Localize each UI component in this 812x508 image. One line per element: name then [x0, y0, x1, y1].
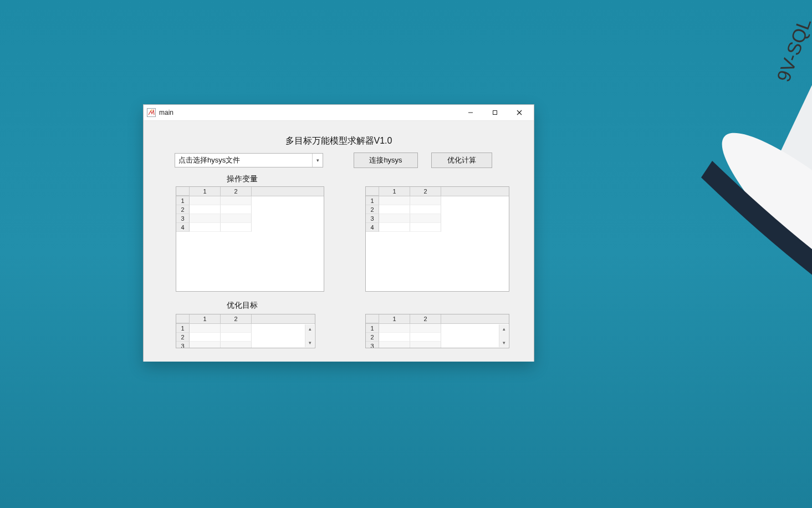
operation-variables-table-left[interactable]: 1 2 1 2 3 4: [176, 186, 324, 292]
dropdown-selected-text: 点击选择hysys文件: [175, 155, 312, 165]
table-cell[interactable]: [190, 324, 221, 333]
chevron-down-icon: ▾: [312, 154, 323, 167]
matlab-icon: [147, 108, 156, 117]
scroll-down-icon[interactable]: ▾: [499, 338, 508, 347]
table-cell[interactable]: [190, 214, 221, 223]
table-corner: [366, 314, 379, 323]
table-cell[interactable]: [379, 324, 410, 333]
maximize-button[interactable]: [483, 105, 507, 120]
row-header[interactable]: 2: [366, 205, 379, 214]
optimize-button[interactable]: 优化计算: [431, 153, 492, 168]
table-cell[interactable]: [190, 205, 221, 214]
table-cell[interactable]: [221, 324, 252, 333]
col-header[interactable]: 1: [190, 187, 221, 196]
table-cell[interactable]: [221, 214, 252, 223]
table-cell[interactable]: [221, 205, 252, 214]
app-window: main 多目标万能模型求解器V1.0 点击选择hysys文件 ▾ 连接hysy…: [143, 104, 534, 362]
window-title: main: [159, 109, 173, 116]
table-cell[interactable]: [410, 214, 441, 223]
svg-rect-6: [493, 111, 497, 115]
col-header[interactable]: 1: [379, 187, 410, 196]
table-cell[interactable]: [410, 205, 441, 214]
table-cell[interactable]: [221, 223, 252, 232]
col-header[interactable]: 2: [221, 314, 252, 323]
optimization-targets-table-left[interactable]: 1 2 1 2 3 ▴ ▾: [176, 314, 315, 348]
table-cell[interactable]: [221, 333, 252, 342]
row-header[interactable]: 3: [176, 342, 190, 348]
row-header[interactable]: 1: [366, 196, 379, 205]
vertical-scrollbar[interactable]: ▴ ▾: [305, 324, 314, 347]
table-cell[interactable]: [190, 196, 221, 205]
close-button[interactable]: [507, 105, 532, 120]
optimization-targets-table-right[interactable]: 1 2 1 2 3 ▴ ▾: [365, 314, 509, 348]
app-heading: 多目标万能模型求解器V1.0: [144, 135, 534, 147]
table-corner: [366, 187, 379, 196]
row-header[interactable]: 1: [176, 196, 190, 205]
svg-point-1: [698, 108, 812, 403]
svg-marker-0: [779, 0, 812, 299]
client-area: 多目标万能模型求解器V1.0 点击选择hysys文件 ▾ 连接hysys 优化计…: [144, 121, 534, 362]
operation-variables-label: 操作变量: [227, 174, 258, 184]
row-header[interactable]: 3: [366, 214, 379, 223]
col-header[interactable]: 1: [190, 314, 221, 323]
table-cell[interactable]: [410, 223, 441, 232]
table-cell[interactable]: [221, 342, 252, 348]
operation-variables-table-right[interactable]: 1 2 1 2 3 4: [365, 186, 509, 292]
row-header[interactable]: 2: [366, 333, 379, 342]
vertical-scrollbar[interactable]: ▴ ▾: [499, 324, 508, 347]
row-header[interactable]: 2: [176, 205, 190, 214]
titlebar[interactable]: main: [144, 105, 534, 121]
table-corner: [176, 314, 190, 323]
table-cell[interactable]: [379, 205, 410, 214]
minimize-button[interactable]: [458, 105, 483, 120]
table-cell[interactable]: [379, 342, 410, 348]
scroll-down-icon[interactable]: ▾: [305, 338, 314, 347]
table-cell[interactable]: [410, 324, 441, 333]
table-cell[interactable]: [190, 342, 221, 348]
table-cell[interactable]: [379, 223, 410, 232]
connect-hysys-button[interactable]: 连接hysys: [354, 153, 418, 168]
connect-button-label: 连接hysys: [369, 155, 402, 165]
table-cell[interactable]: [190, 223, 221, 232]
col-header[interactable]: 2: [410, 187, 441, 196]
table-cell[interactable]: [379, 196, 410, 205]
col-header[interactable]: 1: [379, 314, 410, 323]
row-header[interactable]: 3: [366, 342, 379, 348]
plane-registration-text: 9V-SQL: [773, 16, 812, 85]
scroll-up-icon[interactable]: ▴: [499, 324, 508, 333]
row-header[interactable]: 1: [176, 324, 190, 333]
table-cell[interactable]: [410, 196, 441, 205]
table-cell[interactable]: [190, 333, 221, 342]
scroll-up-icon[interactable]: ▴: [305, 324, 314, 333]
desktop: 9V-SQL main 多目: [0, 0, 812, 508]
col-header[interactable]: 2: [410, 314, 441, 323]
col-header[interactable]: 2: [221, 187, 252, 196]
table-cell[interactable]: [379, 333, 410, 342]
table-cell[interactable]: [221, 196, 252, 205]
row-header[interactable]: 4: [366, 223, 379, 232]
row-header[interactable]: 1: [366, 324, 379, 333]
table-cell[interactable]: [410, 333, 441, 342]
row-header[interactable]: 4: [176, 223, 190, 232]
row-header[interactable]: 2: [176, 333, 190, 342]
table-cell[interactable]: [410, 342, 441, 348]
optimize-button-label: 优化计算: [447, 155, 476, 165]
table-cell[interactable]: [379, 214, 410, 223]
row-header[interactable]: 3: [176, 214, 190, 223]
hysys-file-dropdown[interactable]: 点击选择hysys文件 ▾: [175, 153, 323, 167]
optimization-targets-label: 优化目标: [227, 301, 258, 311]
table-corner: [176, 187, 190, 196]
